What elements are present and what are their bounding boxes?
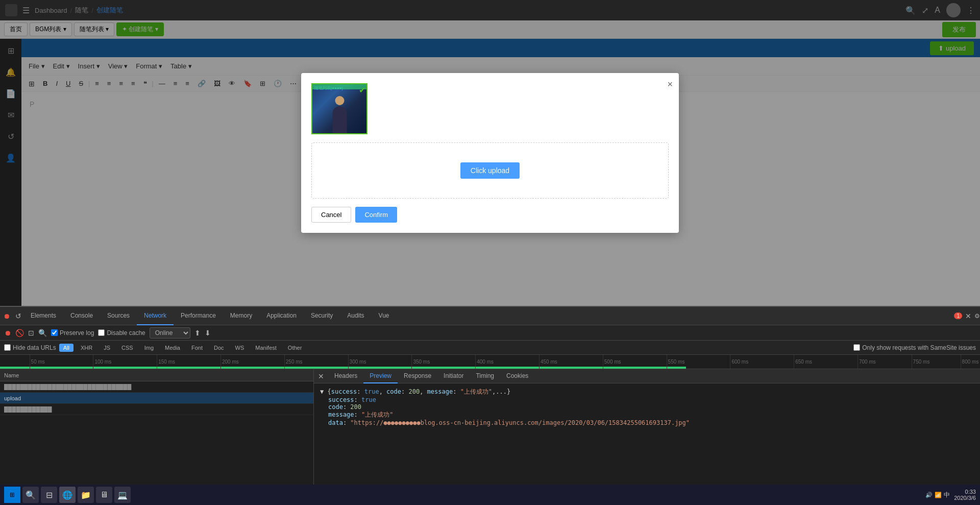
devtools-controls-row: ⏺ 🚫 ⊡ 🔍 Preserve log Disable cache Onlin… xyxy=(0,325,980,341)
network-row[interactable]: ████████████████████████████████ xyxy=(0,381,313,393)
filter-css[interactable]: CSS xyxy=(117,344,137,352)
devtools-panel: ⏺ ↺ Elements Console Sources Network Per… xyxy=(0,306,980,505)
json-key-d: data xyxy=(328,419,343,426)
taskbar-network-icon[interactable]: 🔊 xyxy=(925,492,933,498)
taskbar-task-view[interactable]: ⊟ xyxy=(41,487,57,503)
modal-overlay[interactable]: × 随笔列表[●●●●] ✔ Click upload Cancel Con xyxy=(0,0,980,306)
modal-upload-area[interactable]: Click upload xyxy=(311,142,669,199)
tab-vue[interactable]: Vue xyxy=(372,307,397,325)
filter-manifest[interactable]: Manifest xyxy=(251,344,281,352)
devtools-close-btn[interactable]: ✕ xyxy=(965,312,971,320)
taskbar: ⊞ 🔍 ⊟ 🌐 📁 🖥 💻 🔊 📶 中 0:33 2020/3/6 xyxy=(0,485,980,505)
tab-response[interactable]: Response xyxy=(398,369,437,383)
json-key-m: message xyxy=(328,411,354,418)
marker-250ms: 250 ms xyxy=(284,355,303,369)
preserve-log-text: Preserve log xyxy=(60,329,94,336)
modal-image-container: 随笔列表[●●●●] ✔ xyxy=(311,83,368,134)
tab-network[interactable]: Network xyxy=(137,307,174,325)
taskbar-app3[interactable]: 🖥 xyxy=(96,487,112,503)
same-site-checkbox[interactable] xyxy=(853,344,860,351)
tab-timing[interactable]: Timing xyxy=(470,369,500,383)
devtools-settings-icon[interactable]: ⚙ xyxy=(974,312,980,320)
marker-150ms: 150 ms xyxy=(157,355,175,369)
json-val-m: "上传成功" xyxy=(361,411,393,418)
throttle-select[interactable]: Online Fast 3G Slow 3G Offline xyxy=(150,327,190,339)
search-btn[interactable]: 🔍 xyxy=(38,329,47,337)
disable-cache-checkbox[interactable] xyxy=(98,329,105,336)
filter-doc[interactable]: Doc xyxy=(210,344,228,352)
devtools-top-right: 1 ✕ ⚙ xyxy=(954,312,980,320)
disable-cache-text: Disable cache xyxy=(107,329,145,336)
marker-350ms: 350 ms xyxy=(411,355,430,369)
json-collapse-arrow[interactable]: ▼ xyxy=(320,388,324,395)
preserve-log-checkbox[interactable] xyxy=(51,329,58,336)
json-key-code: code xyxy=(386,388,401,395)
tab-preview[interactable]: Preview xyxy=(363,369,398,383)
disable-cache-label[interactable]: Disable cache xyxy=(98,329,145,336)
json-line-1: ▼ {success: true, code: 200, message: "上… xyxy=(320,388,974,396)
json-key-c: code xyxy=(328,403,343,411)
tab-security[interactable]: Security xyxy=(304,307,340,325)
tab-headers[interactable]: Headers xyxy=(328,369,363,383)
taskbar-file-explorer[interactable]: 📁 xyxy=(78,487,94,503)
tab-sources[interactable]: Sources xyxy=(100,307,137,325)
preview-close-btn[interactable]: ✕ xyxy=(314,372,328,380)
taskbar-lang[interactable]: 中 xyxy=(944,491,950,499)
tab-initiator[interactable]: Initiator xyxy=(437,369,470,383)
filter-toggle-btn[interactable]: ⊡ xyxy=(28,329,34,337)
marker-400ms: 400 ms xyxy=(475,355,494,369)
marker-50ms: 50 ms xyxy=(30,355,45,369)
clear-btn[interactable]: 🚫 xyxy=(15,329,24,337)
tab-memory[interactable]: Memory xyxy=(223,307,259,325)
tab-application[interactable]: Application xyxy=(259,307,304,325)
same-site-label[interactable]: Only show requests with SameSite issues xyxy=(853,344,976,351)
taskbar-chrome[interactable]: 🌐 xyxy=(59,487,76,503)
marker-750ms: 750 ms xyxy=(912,355,930,369)
filter-font[interactable]: Font xyxy=(187,344,207,352)
json-key-success: success xyxy=(331,388,357,395)
export-btn[interactable]: ⬇ xyxy=(205,329,211,337)
hide-data-urls-label[interactable]: Hide data URLs xyxy=(4,344,56,351)
json-object-start: { xyxy=(327,388,331,395)
click-upload-btn[interactable]: Click upload xyxy=(460,162,520,179)
marker-500ms: 500 ms xyxy=(603,355,621,369)
modal-confirm-btn[interactable]: Confirm xyxy=(355,207,397,223)
taskbar-search-icon[interactable]: 🔍 xyxy=(22,487,39,503)
marker-300ms: 300 ms xyxy=(348,355,366,369)
filter-xhr[interactable]: XHR xyxy=(77,344,96,352)
filter-media[interactable]: Media xyxy=(161,344,184,352)
tab-cookies[interactable]: Cookies xyxy=(500,369,534,383)
name-column-header: Name xyxy=(4,372,19,378)
marker-800ms: 800 ms xyxy=(961,355,979,369)
network-row-upload[interactable]: upload xyxy=(0,393,313,404)
record-stop-btn[interactable]: ⏺ xyxy=(4,329,11,337)
filter-all[interactable]: All xyxy=(59,344,74,352)
modal-close-btn[interactable]: × xyxy=(667,79,673,90)
network-row-3[interactable]: ████████████ xyxy=(0,404,313,415)
json-key-message: message xyxy=(427,388,453,395)
filter-ws[interactable]: WS xyxy=(231,344,249,352)
tab-console[interactable]: Console xyxy=(63,307,100,325)
modal-footer: Cancel Confirm xyxy=(311,207,669,223)
taskbar-volume-icon[interactable]: 📶 xyxy=(935,492,942,498)
taskbar-icons: 🔍 ⊟ 🌐 📁 🖥 💻 xyxy=(22,487,131,503)
start-button[interactable]: ⊞ xyxy=(4,487,20,503)
devtools-record-btn[interactable]: ⏺ xyxy=(3,312,10,320)
taskbar-system-icons: 🔊 📶 中 xyxy=(925,491,950,499)
modal-cancel-btn[interactable]: Cancel xyxy=(311,207,351,223)
preserve-log-label[interactable]: Preserve log xyxy=(51,329,94,336)
taskbar-date-display: 2020/3/6 xyxy=(954,495,976,501)
taskbar-app4[interactable]: 💻 xyxy=(114,487,131,503)
network-rows: ████████████████████████████████ upload … xyxy=(0,381,313,493)
filter-other[interactable]: Other xyxy=(284,344,306,352)
filter-js[interactable]: JS xyxy=(100,344,114,352)
filter-img[interactable]: Img xyxy=(140,344,158,352)
json-line-code: code: 200 xyxy=(328,403,974,411)
tab-elements[interactable]: Elements xyxy=(23,307,63,325)
taskbar-clock[interactable]: 0:33 2020/3/6 xyxy=(954,489,976,501)
import-btn[interactable]: ⬆ xyxy=(194,329,201,337)
tab-audits[interactable]: Audits xyxy=(340,307,371,325)
tab-performance[interactable]: Performance xyxy=(174,307,223,325)
devtools-refresh-btn[interactable]: ↺ xyxy=(15,312,21,320)
hide-data-urls-checkbox[interactable] xyxy=(4,344,11,351)
